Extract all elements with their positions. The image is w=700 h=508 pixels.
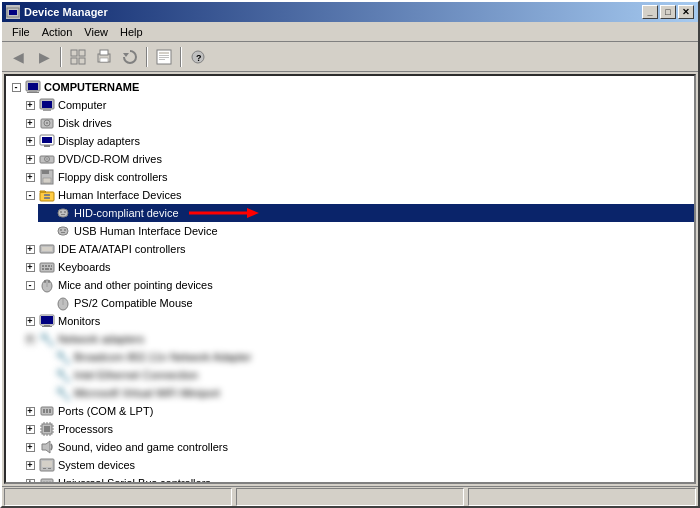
svg-rect-35	[42, 170, 49, 174]
tree-item-root[interactable]: - COMPUTERNAME	[8, 78, 694, 96]
expand-usb[interactable]: +	[22, 475, 38, 482]
toolbar-btn-refresh[interactable]	[118, 46, 142, 68]
svg-rect-72	[46, 409, 48, 413]
system-icon	[39, 457, 55, 473]
tree-item-disk[interactable]: + Disk drives	[22, 114, 694, 132]
svg-rect-67	[41, 316, 53, 324]
tree-label-dvd: DVD/CD-ROM drives	[58, 153, 162, 165]
tree-item-blurred1[interactable]: + 🔧 Network adapters	[22, 330, 694, 348]
back-icon: ◀	[13, 49, 24, 65]
svg-rect-29	[42, 137, 52, 143]
arrow-svg	[189, 205, 259, 221]
expand-computer[interactable]: +	[22, 97, 38, 113]
menu-action[interactable]: Action	[36, 24, 79, 40]
svg-point-48	[64, 229, 66, 231]
svg-rect-9	[100, 58, 108, 62]
expand-blurred1[interactable]: +	[22, 331, 38, 347]
tree-item-floppy[interactable]: + Floppy disk controllers	[22, 168, 694, 186]
tree-label-sound: Sound, video and game controllers	[58, 441, 228, 453]
tree-item-mice[interactable]: - Mice and other pointing devices	[22, 276, 694, 294]
maximize-button[interactable]: □	[660, 5, 676, 19]
mice-icon	[39, 277, 55, 293]
close-button[interactable]: ✕	[678, 5, 694, 19]
svg-rect-4	[79, 50, 85, 56]
expand-processors[interactable]: +	[22, 421, 38, 437]
svg-point-42	[64, 211, 66, 213]
toolbar-separator-2	[146, 47, 148, 67]
title-bar-left: Device Manager	[6, 5, 108, 19]
toolbar-btn-view[interactable]	[66, 46, 90, 68]
toolbar-btn-help[interactable]: ?	[186, 46, 210, 68]
tree-item-usb-hid[interactable]: USB Human Interface Device	[38, 222, 694, 240]
expand-ide[interactable]: +	[22, 241, 38, 257]
tree-item-ports[interactable]: + Ports (COM & LPT)	[22, 402, 694, 420]
minimize-button[interactable]: _	[642, 5, 658, 19]
svg-rect-21	[27, 92, 39, 93]
view-icon	[70, 49, 86, 65]
status-bar	[2, 486, 698, 506]
svg-point-33	[46, 158, 48, 160]
tree-item-ps2[interactable]: PS/2 Compatible Mouse	[38, 294, 694, 312]
expand-mice[interactable]: -	[22, 277, 38, 293]
tree-item-computer[interactable]: + Computer	[22, 96, 694, 114]
menu-file[interactable]: File	[6, 24, 36, 40]
tree-item-system[interactable]: + System devices	[22, 456, 694, 474]
tree-label-blurred4: Microsoft Virtual WiFi Miniport	[74, 387, 220, 399]
svg-rect-53	[42, 265, 44, 267]
expand-floppy[interactable]: +	[22, 169, 38, 185]
expand-sound[interactable]: +	[22, 439, 38, 455]
tree-label-blurred3: Intel Ethernet Connection	[74, 369, 198, 381]
tree-item-blurred3[interactable]: 🔧 Intel Ethernet Connection	[38, 366, 694, 384]
svg-point-27	[46, 122, 48, 124]
svg-rect-91	[43, 468, 46, 469]
expand-system[interactable]: +	[22, 457, 38, 473]
tree-item-hid-device[interactable]: HID-compliant device	[38, 204, 694, 222]
tree-item-ide[interactable]: + IDE ATA/ATAPI controllers	[22, 240, 694, 258]
expand-hid-root[interactable]: -	[22, 187, 38, 203]
window-icon	[6, 5, 20, 19]
toolbar-btn-properties[interactable]	[152, 46, 176, 68]
toolbar-btn-print[interactable]	[92, 46, 116, 68]
expand-keyboards[interactable]: +	[22, 259, 38, 275]
expand-disk[interactable]: +	[22, 115, 38, 131]
menu-help[interactable]: Help	[114, 24, 149, 40]
tree-item-blurred2[interactable]: 🔧 Broadcom 802.11n Network Adapter	[38, 348, 694, 366]
svg-rect-59	[50, 268, 52, 270]
tree-item-dvd[interactable]: + DVD/CD-ROM drives	[22, 150, 694, 168]
toolbar-separator-3	[180, 47, 182, 67]
expand-display[interactable]: +	[22, 133, 38, 149]
title-buttons: _ □ ✕	[642, 5, 694, 19]
back-button[interactable]: ◀	[6, 46, 30, 68]
tree-item-display[interactable]: + Display adapters	[22, 132, 694, 150]
expand-ports[interactable]: +	[22, 403, 38, 419]
tree-label-usb: Universal Serial Bus controllers	[58, 477, 211, 482]
tree-view[interactable]: - COMPUTERNAME +	[6, 76, 694, 482]
hid-folder-icon	[39, 187, 55, 203]
tree-item-blurred4[interactable]: 🔧 Microsoft Virtual WiFi Miniport	[38, 384, 694, 402]
svg-rect-56	[51, 265, 52, 267]
ps2-icon	[55, 295, 71, 311]
tree-item-monitors[interactable]: + Monitors	[22, 312, 694, 330]
tree-label-disk: Disk drives	[58, 117, 112, 129]
tree-item-processors[interactable]: +	[22, 420, 694, 438]
svg-rect-73	[49, 409, 51, 413]
tree-item-keyboards[interactable]: + Keyboards	[22, 258, 694, 276]
tree-item-usb[interactable]: + Universal Serial Bus controllers	[22, 474, 694, 482]
menu-view[interactable]: View	[78, 24, 114, 40]
svg-rect-51	[42, 247, 52, 251]
tree-label-blurred1: Network adapters	[58, 333, 144, 345]
tree-item-sound[interactable]: + Sound, video and game controllers	[22, 438, 694, 456]
blurred3-icon: 🔧	[55, 367, 71, 383]
expand-monitors[interactable]: +	[22, 313, 38, 329]
print-icon	[96, 49, 112, 65]
svg-rect-38	[44, 194, 50, 196]
forward-button[interactable]: ▶	[32, 46, 56, 68]
svg-rect-39	[44, 197, 50, 199]
tree-item-hid-root[interactable]: - Human Interface Devices	[22, 186, 694, 204]
expand-root[interactable]: -	[8, 79, 24, 95]
svg-point-47	[60, 229, 62, 231]
expand-dvd[interactable]: +	[22, 151, 38, 167]
computer-icon-2	[39, 97, 55, 113]
properties-icon	[156, 49, 172, 65]
svg-rect-36	[43, 178, 51, 183]
